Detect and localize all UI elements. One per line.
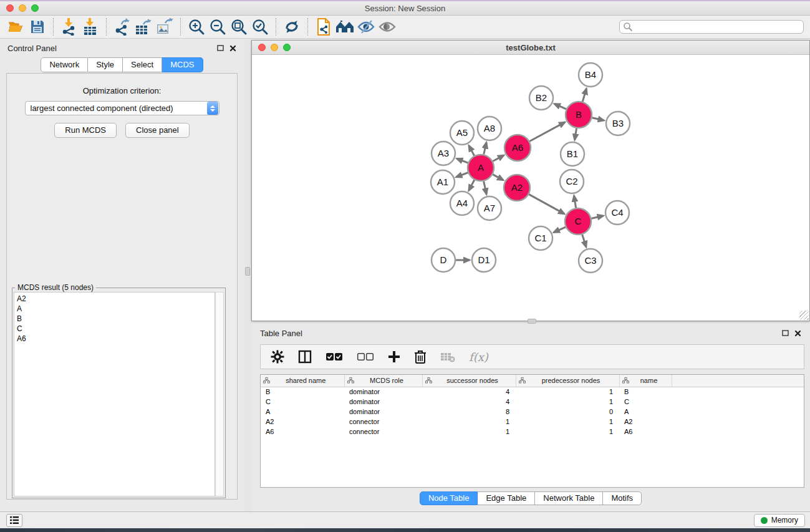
tab-style[interactable]: Style [88, 57, 123, 72]
network-file-icon[interactable] [313, 17, 334, 36]
close-panel-icon[interactable] [794, 330, 801, 337]
graph-edge-A6-B[interactable] [529, 122, 565, 142]
graph-node-B3[interactable]: B3 [606, 112, 630, 135]
graph-edge-C-C3[interactable] [582, 235, 586, 247]
graph-node-A7[interactable]: A7 [478, 196, 501, 220]
network-graph[interactable]: B4B2BB3A5A8A6A3B1AA1C2A2A4A7C4CC1C3DD1 [252, 55, 809, 321]
table-cell[interactable]: 1 [516, 387, 619, 397]
mcds-result-list[interactable]: A2ABCA6 [14, 292, 215, 496]
apply-layout-icon[interactable] [281, 17, 302, 36]
graph-node-C4[interactable]: C4 [605, 201, 629, 225]
table-cell[interactable]: B [619, 387, 672, 397]
list-scrollbar[interactable] [215, 292, 224, 496]
graph-edge-A-A4[interactable] [469, 180, 475, 190]
graph-node-C[interactable]: C [565, 208, 591, 235]
table-cell[interactable]: C [261, 397, 344, 407]
graph-node-B2[interactable]: B2 [529, 86, 553, 110]
graph-edge-A-A5[interactable] [469, 145, 475, 155]
close-panel-button[interactable]: Close panel [125, 123, 190, 138]
mcds-result-item[interactable]: A2 [14, 294, 215, 304]
table-cell[interactable]: dominator [344, 387, 422, 397]
delete-column-icon[interactable] [414, 350, 427, 364]
column-settings-icon[interactable] [298, 350, 312, 364]
close-panel-icon[interactable] [229, 45, 236, 52]
table-cell[interactable]: A [619, 407, 672, 417]
table-cell[interactable]: 8 [422, 407, 516, 417]
table-row[interactable]: A2connector11A2 [261, 417, 804, 427]
tab-node-table[interactable]: Node Table [420, 491, 478, 505]
tab-edge-table[interactable]: Edge Table [478, 491, 535, 505]
save-session-icon[interactable] [27, 17, 48, 36]
split-grip[interactable] [245, 267, 250, 276]
first-neighbors-icon[interactable] [334, 17, 355, 36]
table-cell[interactable]: 1 [516, 427, 619, 437]
table-cell[interactable]: 0 [516, 407, 619, 417]
function-builder-icon[interactable]: f(x) [469, 351, 488, 364]
add-column-icon[interactable] [388, 351, 400, 363]
graph-edge-C-C4[interactable] [591, 216, 603, 218]
graph-node-C1[interactable]: C1 [529, 226, 552, 250]
open-session-icon[interactable] [6, 17, 27, 36]
column-header[interactable]: shared name [261, 375, 344, 387]
graph-node-A3[interactable]: A3 [432, 142, 455, 165]
graph-node-A1[interactable]: A1 [431, 170, 455, 194]
table-cell[interactable]: dominator [344, 397, 422, 407]
mcds-result-item[interactable]: B [14, 314, 215, 324]
table-cell[interactable]: B [261, 387, 344, 397]
graph-node-A6[interactable]: A6 [504, 135, 531, 161]
table-row[interactable]: A6connector11A6 [261, 427, 804, 437]
graph-node-B1[interactable]: B1 [561, 142, 584, 166]
graph-node-A5[interactable]: A5 [450, 121, 474, 145]
deselect-all-icon[interactable] [357, 352, 374, 361]
graph-node-A[interactable]: A [468, 155, 494, 181]
graph-node-A4[interactable]: A4 [450, 191, 474, 215]
tab-mcds[interactable]: MCDS [162, 57, 203, 72]
memory-button[interactable]: Memory [754, 514, 805, 527]
table-row[interactable]: Cdominator41C [261, 397, 804, 407]
table-cell[interactable]: 1 [516, 417, 619, 427]
column-header[interactable]: successor nodes [422, 375, 516, 387]
graph-edge-A-A1[interactable] [456, 173, 468, 177]
graph-edge-A-A7[interactable] [484, 181, 487, 195]
export-image-icon[interactable] [154, 17, 175, 36]
float-panel-icon[interactable] [782, 330, 789, 336]
tab-network[interactable]: Network [41, 57, 88, 72]
show-all-icon[interactable] [377, 17, 398, 36]
graph-node-D1[interactable]: D1 [472, 248, 496, 272]
table-cell[interactable]: connector [344, 417, 422, 427]
search-input[interactable] [633, 21, 803, 32]
table-cell[interactable]: 1 [516, 397, 619, 407]
column-header[interactable]: predecessor nodes [516, 375, 619, 387]
graph-edge-B-B1[interactable] [575, 128, 577, 140]
graph-node-C3[interactable]: C3 [579, 249, 602, 273]
split-grip[interactable] [528, 319, 536, 324]
graph-edge-C-C1[interactable] [554, 227, 566, 233]
column-header[interactable]: name [619, 375, 672, 387]
table-cell[interactable]: 4 [422, 387, 516, 397]
table-cell[interactable]: 4 [422, 397, 516, 407]
graph-node-D[interactable]: D [432, 248, 455, 272]
table-cell[interactable]: dominator [344, 407, 422, 417]
graph-edge-A2-C[interactable] [529, 195, 564, 214]
tab-motifs[interactable]: Motifs [603, 491, 642, 505]
optimization-criterion-select[interactable]: largest connected component (directed) [25, 101, 219, 115]
mcds-result-item[interactable]: A6 [14, 334, 215, 344]
hide-selected-icon[interactable] [355, 17, 377, 36]
resize-grip-icon[interactable] [799, 311, 809, 320]
table-cell[interactable]: A [261, 407, 344, 417]
graph-node-A2[interactable]: A2 [504, 175, 530, 201]
delete-table-icon[interactable] [440, 351, 455, 362]
graph-edge-A-A2[interactable] [493, 175, 503, 180]
graph-edge-A-A8[interactable] [484, 142, 486, 154]
node-table[interactable]: shared nameMCDS rolesuccessor nodesprede… [260, 374, 804, 488]
import-table-icon[interactable] [80, 17, 101, 36]
graph-edge-A-A3[interactable] [456, 158, 468, 163]
mcds-result-item[interactable]: A [14, 304, 215, 314]
import-network-icon[interactable] [59, 17, 80, 36]
tab-select[interactable]: Select [123, 57, 162, 72]
export-table-icon[interactable] [133, 17, 154, 36]
graph-node-B4[interactable]: B4 [579, 63, 602, 87]
graph-edge-B-B3[interactable] [592, 118, 604, 120]
float-panel-icon[interactable] [217, 45, 224, 51]
export-network-icon[interactable] [112, 17, 133, 36]
